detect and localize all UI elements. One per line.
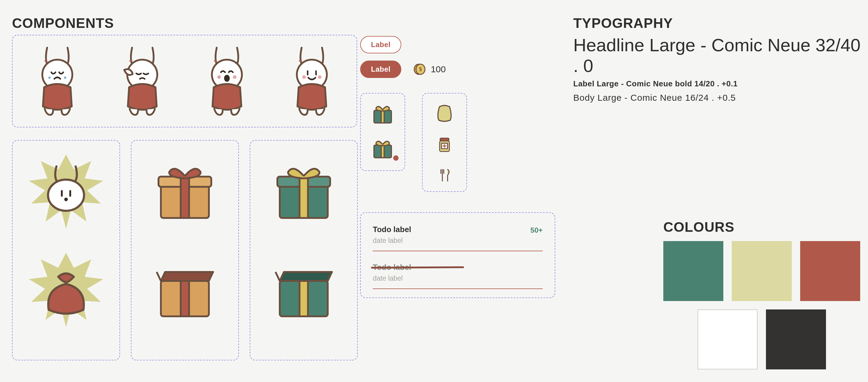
bunny-sad-icon: [106, 38, 179, 124]
todo-item[interactable]: Todo label date label 50+: [373, 225, 542, 251]
currency-amount: 100: [431, 64, 446, 74]
todo-title: Todo label: [373, 225, 542, 234]
svg-point-7: [233, 75, 237, 79]
inventory-needs-group: [422, 93, 467, 192]
gift-orange-closed-icon: [146, 152, 224, 231]
gift-green-small-icon: [371, 102, 394, 125]
components-heading: COMPONENTS: [12, 15, 360, 31]
svg-rect-35: [381, 145, 384, 158]
sack-burst-icon: [27, 251, 105, 329]
svg-rect-28: [300, 281, 308, 316]
svg-rect-26: [300, 177, 308, 218]
todo-title: Todo label: [373, 263, 542, 272]
currency-display: $ 100: [413, 63, 446, 76]
reward-card-bunny: [12, 140, 120, 360]
svg-point-5: [225, 76, 229, 81]
svg-point-2: [64, 76, 66, 79]
clothes-icon: [433, 102, 456, 123]
chip-filled[interactable]: Label: [360, 61, 401, 78]
reward-card-green-gift: [250, 140, 358, 360]
svg-point-12: [318, 75, 321, 79]
swatch-charcoal: [766, 309, 826, 370]
todo-item-done[interactable]: Todo label date label: [373, 263, 542, 289]
svg-rect-23: [181, 281, 189, 316]
svg-point-17: [65, 199, 67, 200]
svg-point-14: [48, 180, 84, 211]
svg-rect-33: [381, 110, 384, 123]
todo-date: date label: [373, 274, 542, 282]
todo-list-group: Todo label date label 50+ Todo label dat…: [360, 212, 555, 298]
typography-label-sample: Label Large - Comic Neue bold 14/20 . +0…: [573, 79, 867, 89]
svg-point-1: [48, 76, 51, 79]
bunny-sing-icon: [191, 38, 264, 124]
svg-rect-21: [181, 177, 189, 218]
gift-green-open-icon: [265, 251, 343, 329]
coin-icon: $: [413, 63, 426, 76]
todo-date: date label: [373, 237, 542, 245]
bunny-happy-icon: [276, 38, 348, 124]
chip-outline[interactable]: Label: [360, 36, 401, 54]
svg-point-6: [217, 75, 221, 79]
swatch-white: [698, 309, 757, 370]
gift-green-small-notify-icon: [371, 137, 394, 160]
typography-heading: TYPOGRAPHY: [573, 15, 867, 31]
gift-orange-open-icon: [146, 251, 224, 329]
swatch-rust: [800, 241, 860, 301]
swatch-cream: [732, 241, 792, 301]
svg-point-11: [302, 75, 306, 79]
gift-green-closed-icon: [265, 152, 343, 231]
swatch-primary: [663, 241, 723, 301]
typography-headline-sample: Headline Large - Comic Neue 32/40 . 0: [573, 35, 867, 76]
typography-body-sample: Body Large - Comic Neue 16/24 . +0.5: [573, 93, 867, 103]
svg-text:$: $: [419, 66, 422, 72]
pill-bottle-icon: [433, 134, 456, 155]
colours-heading: COLOURS: [663, 219, 860, 235]
bunny-cry-icon: [21, 38, 94, 124]
reward-card-orange-gift: [131, 140, 239, 360]
bunny-head-burst-icon: [27, 152, 105, 231]
inventory-gifts-group: [360, 93, 405, 171]
cutlery-icon: [433, 167, 456, 185]
todo-count-badge: 50+: [530, 226, 542, 235]
bunny-states-group: [12, 35, 357, 128]
